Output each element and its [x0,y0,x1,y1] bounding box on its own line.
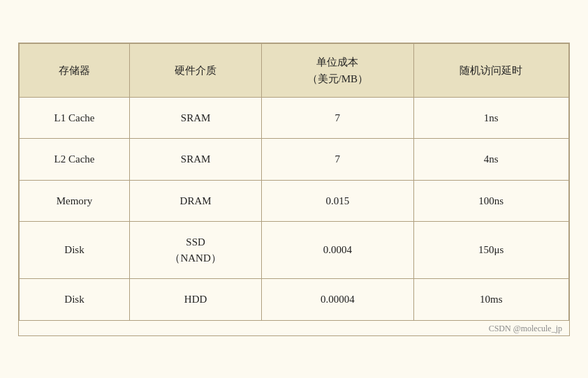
header-latency: 随机访问延时 [413,43,568,97]
cell-medium-2: DRAM [130,180,262,222]
cell-storage-3: Disk [20,222,130,279]
table-row: L2 Cache SRAM 7 4ns [20,139,569,181]
table-body: L1 Cache SRAM 7 1ns L2 Cache SRAM 7 4ns … [20,97,569,320]
cell-cost-2: 0.015 [262,180,413,222]
storage-comparison-table: 存储器 硬件介质 单位成本 （美元/MB） 随机访问延时 L1 Cache SR… [19,43,569,321]
table-row: Memory DRAM 0.015 100ns [20,180,569,222]
cell-cost-3: 0.0004 [262,222,413,279]
cell-latency-3: 150μs [413,222,568,279]
cell-latency-2: 100ns [413,180,568,222]
cell-cost-4: 0.00004 [262,279,413,321]
cell-latency-0: 1ns [413,97,568,139]
cell-latency-1: 4ns [413,139,568,181]
cell-medium-0: SRAM [130,97,262,139]
cell-medium-4: HDD [130,279,262,321]
cell-medium-1: SRAM [130,139,262,181]
cell-storage-4: Disk [20,279,130,321]
cell-storage-1: L2 Cache [20,139,130,181]
cell-storage-0: L1 Cache [20,97,130,139]
table-row: L1 Cache SRAM 7 1ns [20,97,569,139]
header-row: 存储器 硬件介质 单位成本 （美元/MB） 随机访问延时 [20,43,569,97]
table-row: Disk SSD （NAND） 0.0004 150μs [20,222,569,279]
cell-cost-0: 7 [262,97,413,139]
cell-cost-1: 7 [262,139,413,181]
cell-latency-4: 10ms [413,279,568,321]
table-header: 存储器 硬件介质 单位成本 （美元/MB） 随机访问延时 [20,43,569,97]
header-storage: 存储器 [20,43,130,97]
watermark: CSDN @molecule_jp [19,321,569,335]
header-medium: 硬件介质 [130,43,262,97]
cell-medium-3: SSD （NAND） [130,222,262,279]
header-cost: 单位成本 （美元/MB） [262,43,413,97]
table-row: Disk HDD 0.00004 10ms [20,279,569,321]
cell-storage-2: Memory [20,180,130,222]
table-container: 存储器 硬件介质 单位成本 （美元/MB） 随机访问延时 L1 Cache SR… [18,43,570,336]
